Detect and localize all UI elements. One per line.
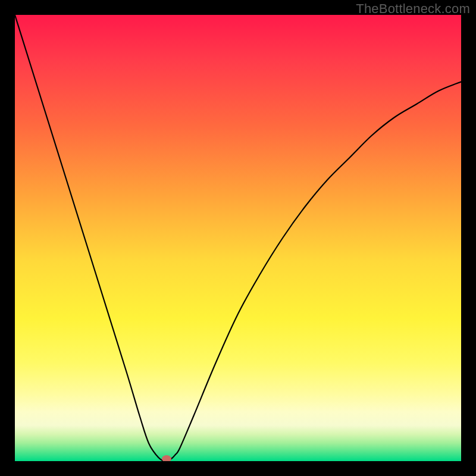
optimum-marker bbox=[162, 455, 171, 461]
plot-area bbox=[15, 15, 461, 461]
curve-svg bbox=[15, 15, 461, 461]
bottleneck-curve-path bbox=[15, 15, 461, 461]
chart-frame: TheBottleneck.com bbox=[0, 0, 476, 476]
